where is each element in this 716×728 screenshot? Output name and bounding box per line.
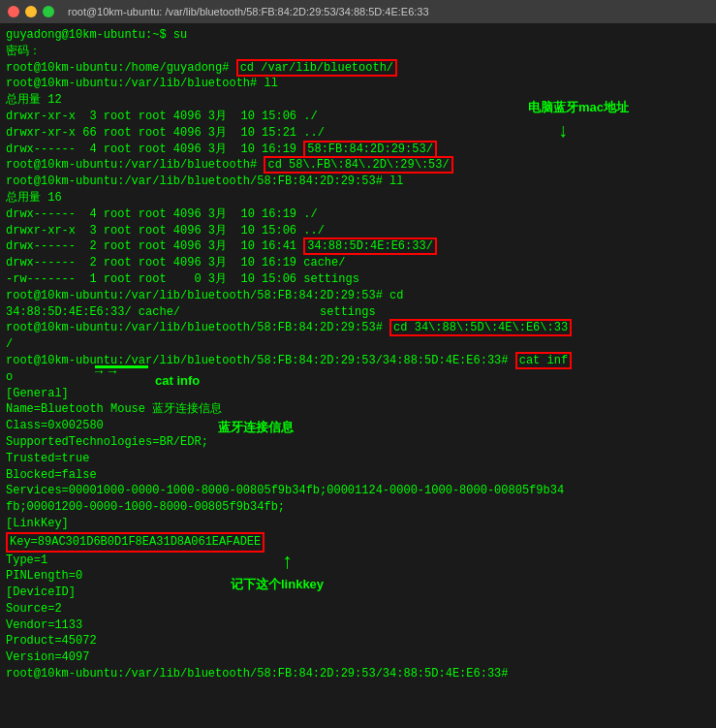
terminal-line: [LinkKey] [6, 516, 710, 532]
minimize-button[interactable] [25, 6, 37, 17]
terminal-line: 34:88:5D:4E:E6:33/ cache/ settings [6, 304, 710, 321]
title-bar: root@10km-ubuntu: /var/lib/bluetooth/58:… [0, 0, 716, 23]
terminal-line: root@10km-ubuntu:/home/guyadong# cd /var… [6, 60, 710, 77]
terminal-line: root@10km-ubuntu:/var/lib/bluetooth# ll [6, 76, 710, 92]
terminal-line: Type=1 [6, 553, 710, 569]
terminal-line: PINLength=0 [6, 568, 710, 585]
terminal-line: 密码： [6, 44, 710, 60]
terminal: guyadong@10km-ubuntu:~$ su密码：root@10km-u… [0, 23, 716, 728]
terminal-line: Product=45072 [6, 633, 710, 649]
terminal-line: Source=2 [6, 601, 710, 617]
terminal-line: Class=0x002580 [6, 418, 710, 434]
terminal-line: Blocked=false [6, 467, 710, 484]
terminal-line: root@10km-ubuntu:/var/lib/bluetooth/58:F… [6, 288, 710, 304]
terminal-line: drwxr-xr-x 3 root root 4096 3月 10 15:06 … [6, 109, 710, 125]
terminal-line: root@10km-ubuntu:/var/lib/bluetooth/58:F… [6, 174, 710, 190]
terminal-line: [General] [6, 386, 710, 402]
terminal-line: root@10km-ubuntu:/var/lib/bluetooth/58:F… [6, 320, 710, 336]
terminal-line: 总用量 12 [6, 92, 710, 109]
terminal-line: Vendor=1133 [6, 617, 710, 634]
terminal-line: 总用量 16 [6, 190, 710, 206]
terminal-line: fb;00001200-0000-1000-8000-00805f9b34fb; [6, 499, 710, 516]
terminal-line: drwxr-xr-x 3 root root 4096 3月 10 15:06 … [6, 223, 710, 239]
terminal-line: / [6, 336, 710, 353]
terminal-line: root@10km-ubuntu:/var/lib/bluetooth/58:F… [6, 353, 710, 369]
terminal-line: Key=89AC301D6B0D1F8EA31D8A061EAFADEE [6, 532, 710, 553]
terminal-line: -rw------- 1 root root 0 3月 10 15:06 set… [6, 271, 710, 288]
terminal-line: guyadong@10km-ubuntu:~$ su [6, 27, 710, 44]
terminal-line: Name=Bluetooth Mouse 蓝牙连接信息 [6, 401, 710, 418]
window-title: root@10km-ubuntu: /var/lib/bluetooth/58:… [68, 6, 429, 17]
terminal-line: drwx------ 4 root root 4096 3月 10 16:19 … [6, 142, 710, 158]
terminal-line: root@10km-ubuntu:/var/lib/bluetooth# cd … [6, 157, 710, 174]
terminal-line: Services=00001000-0000-1000-8000-00805f9… [6, 483, 710, 499]
close-button[interactable] [8, 6, 19, 17]
maximize-button[interactable] [43, 6, 54, 17]
terminal-line: o [6, 369, 710, 386]
terminal-line: drwx------ 2 root root 4096 3月 10 16:41 … [6, 238, 710, 255]
terminal-line: Trusted=true [6, 451, 710, 467]
terminal-line: SupportedTechnologies=BR/EDR; [6, 434, 710, 451]
terminal-line: drwx------ 2 root root 4096 3月 10 16:19 … [6, 255, 710, 271]
terminal-line: [DeviceID] [6, 585, 710, 601]
terminal-line: Version=4097 [6, 649, 710, 666]
terminal-line: drwx------ 4 root root 4096 3月 10 16:19 … [6, 206, 710, 223]
terminal-line: drwxr-xr-x 66 root root 4096 3月 10 15:21… [6, 125, 710, 142]
terminal-line: root@10km-ubuntu:/var/lib/bluetooth/58:F… [6, 666, 710, 682]
